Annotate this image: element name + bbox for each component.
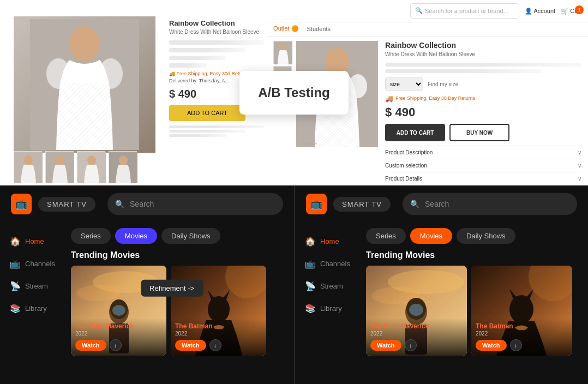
- skeleton-2: [169, 48, 245, 52]
- sidebar-item-home-b[interactable]: 🏠 Home: [301, 231, 352, 252]
- movie-overlay-batman-b: The Batman 2022 Watch ↓: [471, 318, 572, 356]
- sidebar-item-library-b[interactable]: 📚 Library: [301, 298, 352, 319]
- product-main-image: [14, 16, 155, 153]
- pill-daily-b[interactable]: Daily Shows: [457, 228, 515, 244]
- library-icon-a: 📚: [10, 303, 21, 314]
- library-label-a: Library: [25, 304, 47, 313]
- library-label-b: Library: [320, 304, 342, 313]
- tv-sidebar-b: 🏠 Home 📺 Channels 📡 Stream 📚 Library: [295, 223, 358, 384]
- thumbnail-2[interactable]: [45, 151, 74, 183]
- size-row-b: size XS S M L Find my size: [385, 77, 581, 91]
- stream-label-a: Stream: [25, 282, 48, 290]
- movie-year-topgun-b: 2022: [370, 331, 463, 337]
- search-icon-tv-a: 🔍: [115, 200, 124, 208]
- watch-button-topgun-b[interactable]: Watch: [370, 340, 401, 351]
- sidebar-item-channels-b[interactable]: 📺 Channels: [301, 253, 352, 274]
- svg-point-11: [119, 155, 128, 165]
- skeleton-b-2: [385, 69, 542, 73]
- pill-movies-b[interactable]: Movies: [410, 228, 452, 244]
- cart-link[interactable]: 🛒 Cart 1: [561, 8, 581, 15]
- sidebar-item-library-a[interactable]: 📚 Library: [5, 298, 57, 319]
- tv-pills-b: Series Movies Daily Shows: [366, 228, 580, 244]
- tv-search-a[interactable]: 🔍 Search: [107, 193, 283, 215]
- add-to-cart-button-a[interactable]: ADD TO CART: [169, 105, 245, 121]
- pill-daily-a[interactable]: Daily Shows: [161, 228, 220, 244]
- accordion-label-1: Product Description: [385, 149, 433, 155]
- svg-point-13: [280, 44, 286, 50]
- stream-label-b: Stream: [320, 282, 343, 290]
- accordion-label-3: Product Details: [385, 176, 422, 182]
- accordion-product-desc[interactable]: Product Description ∨: [385, 146, 581, 159]
- svg-point-37: [409, 304, 423, 316]
- ab-testing-banner: A/B Testing: [239, 71, 349, 115]
- library-icon-b: 📚: [305, 303, 316, 314]
- download-button-batman-a[interactable]: ↓: [209, 339, 221, 351]
- download-button-topgun-a[interactable]: ↓: [110, 339, 122, 351]
- home-icon-a: 🏠: [10, 236, 21, 247]
- movie-card-batman-b: The Batman 2022 Watch ↓: [471, 266, 572, 356]
- search-bar-b[interactable]: 🔍 Search for a product or brand...: [410, 3, 519, 19]
- sidebar-item-stream-a[interactable]: 📡 Stream: [5, 275, 57, 297]
- home-label-b: Home: [320, 237, 339, 245]
- accordion-arrow-2: ∨: [578, 163, 581, 169]
- account-link[interactable]: 👤 Account: [525, 8, 555, 15]
- stream-icon-b: 📡: [305, 281, 316, 291]
- add-cart-button-b[interactable]: ADD TO CART: [385, 124, 445, 141]
- sidebar-item-home-a[interactable]: 🏠 Home: [5, 231, 57, 252]
- channels-icon-b: 📺: [305, 259, 316, 269]
- svg-point-9: [87, 155, 96, 165]
- movie-title-topgun-b: Top Gun: Maverick: [370, 322, 463, 330]
- nav-tab-outlet[interactable]: Outlet 🟠: [273, 25, 298, 33]
- skeleton-3: [169, 56, 226, 60]
- svg-point-25: [112, 305, 125, 316]
- movie-actions-batman-a: Watch ↓: [175, 339, 262, 351]
- product-subtitle-b: White Dress With Net Balloon Sleeve: [385, 51, 581, 57]
- movie-overlay-batman-a: The Batman 2022 Watch ↓: [171, 318, 266, 356]
- skeleton-4: [169, 63, 207, 68]
- search-text-tv-b: Search: [425, 200, 449, 208]
- home-icon-b: 🏠: [305, 236, 316, 247]
- svg-point-1: [69, 26, 100, 61]
- top-bar: 🔍 Search for a product or brand... 👤 Acc…: [267, 0, 588, 22]
- tv-search-b[interactable]: 🔍 Search: [403, 193, 577, 215]
- accordion-product-det[interactable]: Product Details ∨: [385, 172, 581, 185]
- skeleton-b-1: [385, 63, 581, 67]
- watch-button-batman-b[interactable]: Watch: [476, 340, 507, 351]
- watch-button-topgun-a[interactable]: Watch: [75, 340, 106, 351]
- pill-movies-a[interactable]: Movies: [115, 228, 157, 244]
- thumbnail-4[interactable]: [109, 151, 137, 183]
- sidebar-item-stream-b[interactable]: 📡 Stream: [301, 275, 352, 297]
- movie-actions-batman-b: Watch ↓: [476, 339, 568, 351]
- svg-point-21: [76, 285, 120, 301]
- nav-tab-students[interactable]: Students: [307, 26, 331, 33]
- nav-tabs-b: Outlet 🟠 Students: [267, 22, 588, 37]
- accordion-label-2: Custom selection: [385, 163, 427, 169]
- accordion-custom-sel[interactable]: Custom selection ∨: [385, 159, 581, 172]
- download-button-topgun-b[interactable]: ↓: [405, 339, 417, 351]
- tv-logo-b: 📺: [306, 194, 327, 214]
- find-size-link[interactable]: Find my size: [428, 81, 458, 87]
- buy-now-button-b[interactable]: BUY NOW: [449, 124, 509, 141]
- refinement-banner: Refinement ->: [141, 280, 203, 297]
- home-label-a: Home: [25, 237, 44, 245]
- pill-series-b[interactable]: Series: [366, 228, 406, 244]
- skeleton-7: [169, 134, 226, 137]
- size-select[interactable]: size XS S M L: [385, 77, 423, 91]
- tv-icon-b: 📺: [310, 198, 322, 210]
- sidebar-item-channels-a[interactable]: 📺 Channels: [5, 253, 57, 274]
- thumbnail-1[interactable]: [14, 151, 42, 183]
- pill-series-a[interactable]: Series: [71, 228, 111, 244]
- movie-actions-topgun-b: Watch ↓: [370, 339, 463, 351]
- cart-count: 1: [575, 5, 584, 14]
- thumbnail-3[interactable]: [77, 151, 105, 183]
- thumb-b-1[interactable]: [273, 41, 292, 64]
- accordion-arrow-1: ∨: [578, 149, 581, 155]
- watch-button-batman-a[interactable]: Watch: [175, 340, 206, 351]
- tv-content-a: Series Movies Daily Shows Trending Movie…: [63, 223, 294, 384]
- stream-icon-a: 📡: [10, 281, 21, 291]
- tv-content-b: Series Movies Daily Shows Trending Movie…: [358, 223, 588, 384]
- product-title-a: Rainbow Collection: [169, 19, 265, 27]
- download-button-batman-b[interactable]: ↓: [510, 339, 522, 351]
- top-section: Rainbow Collection White Dress With Net …: [0, 0, 588, 185]
- shipping-text-b: Free Shipping, Easy 30 Day Returns: [395, 95, 475, 101]
